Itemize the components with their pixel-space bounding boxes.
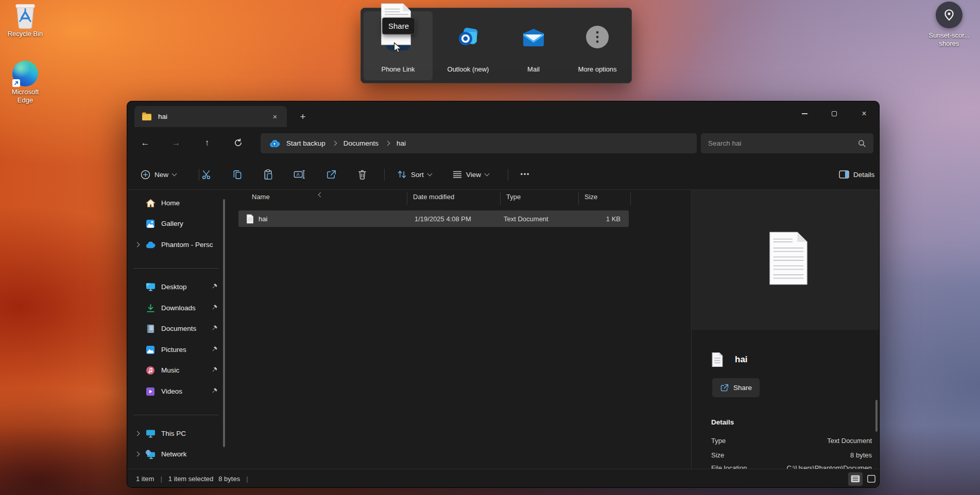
thumbnail-view-toggle[interactable] <box>864 472 879 486</box>
search-box[interactable] <box>701 133 873 153</box>
expand-chevron-icon[interactable] <box>134 431 140 436</box>
maximize-icon <box>832 111 837 116</box>
column-header-type[interactable]: Type <box>506 193 521 201</box>
sidebar-item-label: Phantom - Persc <box>161 241 223 249</box>
paste-button[interactable] <box>257 164 280 185</box>
svg-text:A: A <box>297 172 300 177</box>
minimize-button[interactable] <box>793 104 816 123</box>
command-toolbar: New <box>127 159 880 190</box>
sidebar-item-network[interactable]: Network <box>131 445 223 464</box>
sidebar-item-label: Pictures <box>161 346 211 353</box>
share-target-label: Phone Link <box>364 65 433 73</box>
gallery-icon <box>143 219 158 228</box>
file-size-cell: 1 KB <box>582 215 621 223</box>
expand-chevron-icon[interactable] <box>134 242 140 247</box>
sidebar-scrollbar[interactable] <box>223 199 225 447</box>
chevron-down-icon <box>172 171 177 176</box>
sort-icon <box>397 170 407 179</box>
up-button[interactable]: ↑ <box>198 135 216 151</box>
see-more-button[interactable]: ••• <box>512 164 538 185</box>
pictures-icon <box>143 345 158 355</box>
maximize-button[interactable] <box>822 104 846 123</box>
chevron-down-icon <box>485 171 490 176</box>
back-button[interactable]: ← <box>136 135 154 151</box>
breadcrumb-hai[interactable]: hai <box>393 139 409 147</box>
share-target-label: More options <box>563 65 632 73</box>
home-icon <box>143 199 158 208</box>
file-row-hai[interactable]: hai 1/19/2025 4:08 PM Text Document 1 KB <box>238 210 629 227</box>
share-target-outlook[interactable]: Outlook (new) <box>434 11 503 80</box>
desktop: Recycle Bin Microsoft Edge Sunset-scor..… <box>0 0 980 495</box>
breadcrumb-start-backup[interactable]: Start backup <box>283 139 329 147</box>
cut-button[interactable] <box>195 164 218 185</box>
sidebar-item-this-pc[interactable]: This PC <box>131 424 223 443</box>
tab-close-button[interactable]: × <box>268 110 282 123</box>
search-icon[interactable] <box>858 139 866 148</box>
details-heading: Details <box>711 418 734 426</box>
shortcut-arrow-badge <box>12 79 20 87</box>
sidebar-item-label: Network <box>161 450 223 458</box>
delete-button[interactable] <box>351 164 373 185</box>
selection-count: 1 item selected <box>168 475 213 483</box>
details-row-file-location: File location C:\Users\Phantom\Documen <box>711 464 872 469</box>
share-button[interactable] <box>320 164 342 185</box>
share-target-more-options[interactable]: More options <box>563 11 632 80</box>
pin-icon <box>211 387 218 396</box>
sidebar-item-label: Documents <box>161 325 211 332</box>
selected-file-header: hai <box>711 352 748 367</box>
text-document-icon <box>246 214 254 224</box>
sidebar-item-documents[interactable]: Documents <box>131 319 223 338</box>
expand-chevron-icon[interactable] <box>134 452 140 457</box>
preview-area <box>692 190 880 330</box>
search-input[interactable] <box>701 139 858 147</box>
onedrive-sync-icon <box>269 139 280 148</box>
desktop-folder-icon <box>143 282 158 291</box>
share-target-mail[interactable]: Mail <box>499 11 568 80</box>
sidebar-item-label: Music <box>161 366 211 374</box>
sidebar-item-onedrive-phantom[interactable]: Phantom - Persc <box>131 235 223 254</box>
sidebar-item-music[interactable]: Music <box>131 361 223 380</box>
details-pane-scrollbar[interactable] <box>875 400 878 432</box>
sort-button-label: Sort <box>411 171 424 179</box>
details-share-label: Share <box>733 384 752 392</box>
refresh-button[interactable] <box>229 135 247 151</box>
sidebar-item-videos[interactable]: Videos <box>131 382 223 401</box>
sidebar-item-home[interactable]: Home <box>131 193 223 213</box>
desktop-icon-microsoft-edge[interactable]: Microsoft Edge <box>3 61 47 104</box>
details-share-button[interactable]: Share <box>712 378 760 397</box>
address-bar[interactable]: Start backup Documents hai <box>261 133 697 153</box>
column-header-name[interactable]: Name <box>252 193 270 201</box>
forward-button[interactable]: → <box>167 135 185 151</box>
minimize-icon <box>802 113 807 114</box>
details-pane-toggle[interactable]: Details <box>834 164 880 185</box>
column-header-size[interactable]: Size <box>584 193 597 201</box>
desktop-widget-location[interactable]: Sunset-scor... shores <box>921 2 977 48</box>
new-tab-button[interactable]: + <box>295 110 311 124</box>
breadcrumb-chevron-icon[interactable] <box>332 141 337 146</box>
sidebar-item-label: Desktop <box>161 283 211 291</box>
details-view-toggle[interactable] <box>848 472 863 486</box>
desktop-icon-label: Recycle Bin <box>3 30 47 38</box>
view-button[interactable]: View <box>448 164 494 185</box>
desktop-icon-recycle-bin[interactable]: Recycle Bin <box>3 1 47 38</box>
sidebar-item-pictures[interactable]: Pictures <box>131 340 223 359</box>
pin-icon <box>211 282 218 292</box>
sidebar-item-downloads[interactable]: Downloads <box>131 298 223 317</box>
copy-button[interactable] <box>226 164 249 185</box>
music-icon <box>143 366 158 375</box>
sidebar-item-gallery[interactable]: Gallery <box>131 214 223 233</box>
details-row-type: Type Text Document <box>711 437 872 445</box>
breadcrumb-chevron-icon[interactable] <box>385 141 390 146</box>
explorer-tab[interactable]: hai × <box>134 106 287 127</box>
pin-icon <box>211 304 218 313</box>
close-button[interactable]: × <box>852 104 876 123</box>
preview-document-icon <box>768 230 809 287</box>
breadcrumb-documents[interactable]: Documents <box>340 139 382 147</box>
file-explorer-window: hai × + × ← → ↑ <box>127 101 880 488</box>
column-header-date-modified[interactable]: Date modified <box>413 193 454 201</box>
sort-button[interactable]: Sort <box>392 164 437 185</box>
new-button[interactable]: New <box>135 164 181 185</box>
pin-icon <box>211 345 218 355</box>
sidebar-item-desktop[interactable]: Desktop <box>131 277 223 296</box>
rename-button[interactable]: A <box>288 164 311 185</box>
